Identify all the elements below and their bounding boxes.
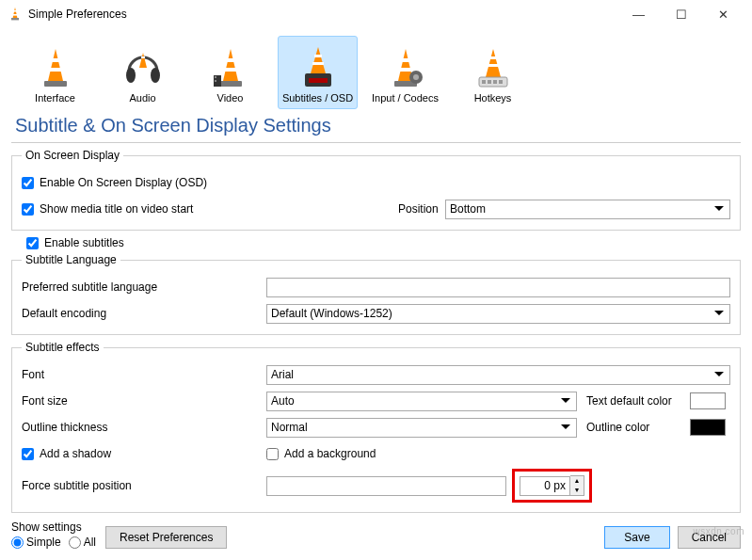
svg-rect-28: [488, 80, 491, 84]
force-pos-spinner[interactable]: [520, 476, 570, 496]
language-legend: Subtitle Language: [22, 253, 120, 266]
page-title: Subtitle & On Screen Display Settings: [0, 111, 752, 142]
show-title-checkbox[interactable]: Show media title on video start: [22, 202, 398, 216]
outline-color-swatch[interactable]: [690, 419, 726, 436]
headphones-icon: [123, 45, 163, 90]
shadow-input[interactable]: [22, 448, 34, 460]
svg-rect-16: [312, 62, 324, 65]
title-bar: Simple Preferences — ☐ ✕: [0, 0, 752, 28]
svg-point-7: [151, 68, 160, 83]
close-button[interactable]: ✕: [702, 0, 744, 28]
svg-rect-27: [482, 80, 486, 84]
effects-legend: Subtitle effects: [22, 341, 104, 354]
svg-rect-14: [215, 80, 216, 82]
enable-osd-checkbox[interactable]: Enable On Screen Display (OSD): [22, 176, 207, 189]
osd-group: On Screen Display Enable On Screen Displ…: [11, 149, 741, 231]
encoding-select[interactable]: Default (Windows-1252): [266, 304, 730, 324]
category-subtitles[interactable]: Subtitles / OSD: [278, 36, 358, 109]
svg-rect-5: [44, 81, 67, 87]
svg-rect-9: [227, 58, 234, 62]
force-pos-text[interactable]: [266, 476, 506, 496]
svg-point-6: [126, 68, 136, 83]
spin-down-icon[interactable]: ▼: [570, 486, 584, 495]
language-group: Subtitle Language Preferred subtitle lan…: [11, 253, 741, 335]
vlc-app-icon: [8, 7, 23, 22]
svg-rect-15: [314, 55, 322, 57]
show-settings-label: Show settings: [11, 520, 96, 534]
svg-rect-10: [225, 68, 236, 72]
cone-clapboard-icon: [296, 45, 341, 90]
cone-icon: [39, 45, 72, 90]
category-label: Audio: [129, 92, 155, 104]
svg-rect-19: [402, 58, 409, 62]
font-select[interactable]: Arial: [266, 365, 730, 385]
content-area: On Screen Display Enable On Screen Displ…: [0, 143, 752, 513]
font-size-label: Font size: [22, 394, 266, 408]
svg-rect-3: [52, 58, 59, 62]
cone-gear-icon: [386, 45, 425, 90]
category-audio[interactable]: Audio: [103, 36, 183, 109]
outline-select[interactable]: Normal: [266, 418, 577, 438]
text-color-label: Text default color: [586, 394, 690, 408]
svg-rect-11: [219, 81, 242, 87]
outline-label: Outline thickness: [22, 421, 266, 434]
category-hotkeys[interactable]: Hotkeys: [453, 36, 533, 109]
svg-rect-2: [11, 18, 19, 20]
simple-radio[interactable]: Simple: [11, 536, 61, 549]
font-size-select[interactable]: Auto: [266, 392, 577, 411]
category-toolbar: Interface Audio Video Subtitles / OSD In…: [0, 28, 752, 111]
svg-rect-24: [489, 56, 497, 59]
show-settings-group: Show settings Simple All: [11, 520, 96, 549]
maximize-button[interactable]: ☐: [660, 0, 702, 28]
window-title: Simple Preferences: [28, 8, 617, 21]
spinner-buttons[interactable]: ▲▼: [570, 475, 584, 496]
encoding-label: Default encoding: [22, 307, 266, 320]
svg-rect-30: [499, 80, 503, 84]
background-input[interactable]: [266, 448, 279, 460]
minimize-button[interactable]: —: [617, 0, 660, 28]
category-interface[interactable]: Interface: [15, 36, 95, 109]
svg-rect-0: [14, 10, 17, 12]
highlight-box: ▲▼: [512, 469, 592, 503]
category-video[interactable]: Video: [190, 36, 270, 109]
svg-point-23: [413, 74, 419, 80]
enable-subtitles-checkbox[interactable]: Enable subtitles: [26, 236, 737, 249]
background-checkbox[interactable]: Add a background: [266, 447, 376, 460]
category-codecs[interactable]: Input / Codecs: [365, 36, 445, 109]
svg-rect-20: [400, 68, 411, 72]
save-button[interactable]: Save: [604, 526, 669, 549]
svg-rect-25: [488, 64, 499, 67]
osd-legend: On Screen Display: [22, 149, 123, 162]
enable-osd-input[interactable]: [22, 177, 34, 189]
spin-up-icon[interactable]: ▲: [570, 476, 584, 486]
category-label: Subtitles / OSD: [282, 92, 353, 104]
pref-lang-label: Preferred subtitle language: [22, 280, 266, 294]
enable-subtitles-input[interactable]: [26, 237, 39, 249]
effects-group: Subtitle effects Font Arial Font size Au…: [11, 341, 741, 513]
category-label: Hotkeys: [474, 92, 512, 104]
watermark: wsxdn.com: [693, 526, 744, 536]
category-label: Video: [217, 92, 244, 104]
svg-rect-8: [141, 56, 145, 58]
font-label: Font: [22, 368, 266, 381]
show-title-input[interactable]: [22, 203, 34, 216]
cone-keyboard-icon: [473, 45, 513, 90]
shadow-checkbox[interactable]: Add a shadow: [22, 447, 266, 460]
cone-film-icon: [212, 45, 249, 90]
position-select[interactable]: Bottom: [445, 200, 730, 219]
svg-rect-4: [50, 68, 61, 72]
force-pos-label: Force subtitle position: [22, 479, 266, 492]
pref-lang-input[interactable]: [266, 278, 730, 297]
category-label: Interface: [35, 92, 75, 104]
svg-rect-1: [13, 14, 17, 16]
svg-rect-18: [309, 78, 328, 83]
all-radio[interactable]: All: [69, 536, 96, 549]
svg-rect-13: [215, 76, 216, 78]
outline-color-label: Outline color: [586, 421, 690, 434]
bottom-bar: Show settings Simple All Reset Preferenc…: [0, 515, 752, 560]
category-label: Input / Codecs: [372, 92, 439, 104]
position-label: Position: [398, 202, 445, 216]
svg-rect-29: [493, 80, 497, 84]
text-color-swatch[interactable]: [690, 392, 726, 409]
reset-button[interactable]: Reset Preferences: [105, 526, 227, 549]
